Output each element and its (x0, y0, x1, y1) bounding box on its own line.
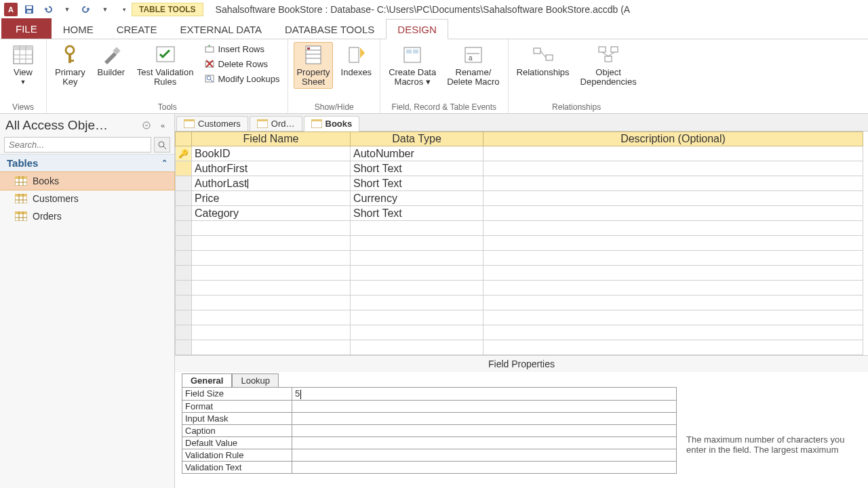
field-name-cell[interactable] (192, 340, 351, 355)
row-selector[interactable] (176, 221, 192, 236)
nav-dropdown-icon[interactable] (140, 119, 153, 131)
undo-dropdown[interactable]: ▼ (60, 2, 75, 17)
select-all-cell[interactable] (176, 132, 192, 146)
tab-create[interactable]: CREATE (105, 19, 169, 39)
description-cell[interactable] (484, 325, 863, 340)
description-cell[interactable] (484, 206, 863, 221)
data-type-cell[interactable]: Short Text (351, 206, 484, 221)
create-data-macros-button[interactable]: Create Data Macros ▾ (386, 42, 439, 89)
data-type-cell[interactable] (351, 251, 484, 266)
nav-group-tables[interactable]: Tables ⌃ (0, 154, 174, 172)
description-cell[interactable] (484, 266, 863, 281)
property-sheet-button[interactable]: Property Sheet (294, 42, 332, 89)
tab-external-data[interactable]: EXTERNAL DATA (168, 19, 273, 39)
row-selector[interactable] (176, 251, 192, 266)
description-cell[interactable] (484, 340, 863, 355)
row-selector[interactable] (176, 266, 192, 281)
data-type-cell[interactable] (351, 325, 484, 340)
save-button[interactable] (22, 2, 37, 17)
qat-customize[interactable]: ▾ (117, 2, 132, 17)
relationships-button[interactable]: Relationships (514, 42, 572, 79)
nav-title[interactable]: All Access Obje… (5, 118, 136, 133)
search-input[interactable] (4, 137, 151, 152)
field-name-cell[interactable] (192, 296, 351, 310)
tab-database-tools[interactable]: DATABASE TOOLS (273, 19, 386, 39)
tab-design[interactable]: DESIGN (386, 19, 448, 39)
description-cell[interactable] (484, 161, 863, 176)
field-name-cell[interactable]: AuthorLast (192, 176, 351, 191)
data-type-cell[interactable]: Currency (351, 191, 484, 206)
nav-item-orders[interactable]: Orders (0, 207, 174, 225)
description-cell[interactable] (484, 146, 863, 161)
tab-lookup[interactable]: Lookup (232, 373, 279, 387)
data-type-cell[interactable]: Short Text (351, 161, 484, 176)
builder-button[interactable]: Builder (94, 42, 129, 79)
prop-value[interactable] (292, 461, 677, 473)
field-name-cell[interactable] (192, 221, 351, 236)
data-type-cell[interactable] (351, 296, 484, 310)
description-cell[interactable] (484, 281, 863, 296)
row-selector[interactable] (176, 325, 192, 340)
row-selector[interactable] (176, 161, 192, 176)
field-name-cell[interactable] (192, 325, 351, 340)
row-selector[interactable] (176, 191, 192, 206)
search-button[interactable] (154, 137, 170, 152)
data-type-cell[interactable] (351, 266, 484, 281)
view-button[interactable]: View ▼ (5, 42, 41, 87)
description-cell[interactable] (484, 310, 863, 325)
tab-home[interactable]: HOME (52, 19, 105, 39)
delete-rows-button[interactable]: Delete Rows (201, 57, 282, 70)
prop-value[interactable] (292, 436, 677, 449)
description-cell[interactable] (484, 251, 863, 266)
field-name-cell[interactable] (192, 281, 351, 296)
data-type-cell[interactable] (351, 221, 484, 236)
row-selector[interactable] (176, 296, 192, 310)
row-selector[interactable] (176, 236, 192, 251)
doc-tab-books[interactable]: Books (304, 116, 360, 131)
data-type-cell[interactable]: AutoNumber (351, 146, 484, 161)
data-type-cell[interactable] (351, 340, 484, 355)
rename-delete-macro-button[interactable]: a Rename/ Delete Macro (444, 42, 502, 89)
row-selector[interactable] (176, 176, 192, 191)
indexes-button[interactable]: Indexes (338, 42, 375, 79)
field-name-cell[interactable]: AuthorFirst (192, 161, 351, 176)
modify-lookups-button[interactable]: Modify Lookups (201, 72, 282, 85)
data-type-cell[interactable] (351, 281, 484, 296)
primary-key-button[interactable]: Primary Key (52, 42, 88, 89)
description-cell[interactable] (484, 296, 863, 310)
tab-general[interactable]: General (182, 373, 232, 387)
redo-button[interactable] (79, 2, 94, 17)
field-name-cell[interactable]: Category (192, 206, 351, 221)
test-validation-button[interactable]: Test Validation Rules (134, 42, 197, 89)
field-name-cell[interactable] (192, 236, 351, 251)
header-data-type[interactable]: Data Type (351, 132, 484, 146)
data-type-cell[interactable]: Short Text (351, 176, 484, 191)
undo-button[interactable] (41, 2, 56, 17)
insert-rows-button[interactable]: + Insert Rows (201, 42, 282, 56)
prop-value[interactable] (292, 412, 677, 424)
field-name-cell[interactable] (192, 310, 351, 325)
prop-value[interactable] (292, 449, 677, 461)
prop-value[interactable] (292, 424, 677, 436)
header-field-name[interactable]: Field Name (192, 132, 351, 146)
description-cell[interactable] (484, 236, 863, 251)
row-selector[interactable]: 🔑 (176, 146, 192, 161)
row-selector[interactable] (176, 281, 192, 296)
row-selector[interactable] (176, 340, 192, 355)
data-type-cell[interactable] (351, 310, 484, 325)
field-name-cell[interactable]: Price (192, 191, 351, 206)
prop-value[interactable]: 5 (292, 388, 677, 401)
object-dependencies-button[interactable]: Object Dependencies (578, 42, 639, 89)
data-type-cell[interactable] (351, 236, 484, 251)
field-name-cell[interactable] (192, 266, 351, 281)
tab-file[interactable]: FILE (1, 18, 52, 39)
description-cell[interactable] (484, 176, 863, 191)
prop-value[interactable] (292, 400, 677, 412)
doc-tab-customers[interactable]: Customers (176, 116, 248, 131)
field-name-cell[interactable]: BookID (192, 146, 351, 161)
header-description[interactable]: Description (Optional) (484, 132, 863, 146)
redo-dropdown[interactable]: ▼ (98, 2, 113, 17)
nav-item-books[interactable]: Books (0, 172, 174, 190)
field-name-cell[interactable] (192, 251, 351, 266)
description-cell[interactable] (484, 221, 863, 236)
